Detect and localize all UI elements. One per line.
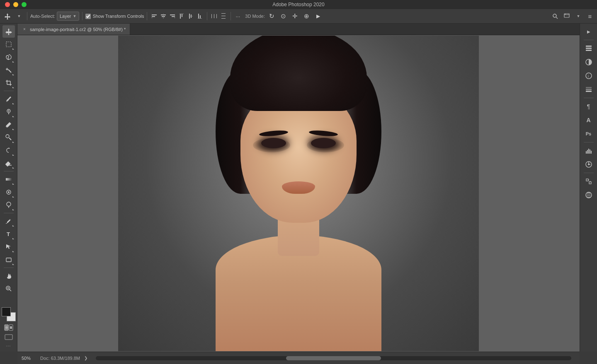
dropdown-arrow-icon[interactable]: ▼ <box>14 11 24 21</box>
collapse-right-panel-icon[interactable]: ▶ <box>582 25 595 38</box>
marquee-tool-btn[interactable] <box>2 38 15 51</box>
portrait-image <box>118 36 479 351</box>
camera-3d-icon[interactable]: ▶ <box>313 11 323 21</box>
swatch-container <box>2 307 16 321</box>
svg-rect-29 <box>564 14 569 15</box>
svg-rect-20 <box>211 14 212 18</box>
extra-options-icon[interactable]: ≡ <box>585 12 595 21</box>
svg-rect-72 <box>586 87 592 88</box>
document-tab[interactable]: × sample-image-portrait-1.cr2 @ 50% (RGB… <box>17 24 130 35</box>
move-tool-icon[interactable] <box>2 11 12 21</box>
histogram-icon[interactable] <box>582 145 595 157</box>
tab-close-icon[interactable]: × <box>22 27 27 32</box>
screen-mode-btn[interactable] <box>3 333 15 341</box>
svg-rect-65 <box>5 335 12 340</box>
maximize-button[interactable] <box>22 2 27 7</box>
minimize-button[interactable] <box>13 2 18 7</box>
lasso-tool-btn[interactable] <box>2 51 15 63</box>
align-right-btn[interactable] <box>168 12 177 20</box>
eraser-tool-btn[interactable] <box>2 157 15 169</box>
search-icon[interactable] <box>551 12 560 21</box>
zoom-tool-btn[interactable] <box>2 282 15 295</box>
svg-text:T: T <box>7 231 10 237</box>
character-panel-icon[interactable]: A <box>582 114 595 126</box>
move-tool-btn[interactable] <box>2 25 15 38</box>
svg-rect-13 <box>180 14 184 14</box>
hand-tool-btn[interactable] <box>2 270 15 282</box>
doc-info: Doc: 63.3M/189.8M <box>40 356 80 361</box>
clone-stamp-btn[interactable] <box>2 131 15 144</box>
svg-rect-28 <box>564 14 569 17</box>
svg-rect-68 <box>586 50 592 51</box>
foreground-color-swatch[interactable] <box>2 307 11 316</box>
tool-sep-3 <box>4 213 14 213</box>
text-tool-btn[interactable]: T <box>2 228 15 240</box>
svg-rect-75 <box>586 151 587 154</box>
workspace-dropdown-icon[interactable]: ▼ <box>574 12 583 21</box>
more-options-button[interactable]: ··· <box>234 12 242 20</box>
properties-icon[interactable]: i <box>582 70 595 82</box>
dodge-tool-btn[interactable] <box>2 199 15 211</box>
rotate-3d-icon[interactable]: ↻ <box>267 11 277 21</box>
toolbar-divider-1 <box>27 12 27 20</box>
quick-mask-btn[interactable] <box>3 323 15 332</box>
scrollbar-track[interactable] <box>96 356 571 360</box>
lips-shape <box>282 181 315 194</box>
eye-right <box>311 138 336 148</box>
layers-panel-icon[interactable] <box>582 42 595 55</box>
tab-bar: × sample-image-portrait-1.cr2 @ 50% (RGB… <box>17 24 580 35</box>
svg-rect-56 <box>6 258 11 262</box>
align-buttons <box>150 12 204 20</box>
status-bar-arrow[interactable]: ❯ <box>84 356 87 360</box>
layer-dropdown[interactable]: Layer ▼ <box>57 12 79 21</box>
eyedropper-btn[interactable] <box>2 93 15 105</box>
hair-top <box>230 36 367 111</box>
magic-wand-btn[interactable] <box>2 64 15 76</box>
transform-controls-checkbox[interactable]: Show Transform Controls <box>85 14 144 19</box>
extra-panel-icon[interactable] <box>582 189 595 201</box>
workspace-icon[interactable] <box>562 12 571 21</box>
svg-rect-7 <box>163 14 164 19</box>
path-select-btn[interactable] <box>2 241 15 253</box>
main-toolbar: ▼ Auto-Select: Layer ▼ Show Transform Co… <box>0 9 597 24</box>
brush-tool-btn[interactable] <box>2 118 15 131</box>
channels-icon[interactable] <box>582 83 595 96</box>
slide-3d-icon[interactable]: ⊕ <box>301 11 311 21</box>
close-button[interactable] <box>5 2 10 7</box>
toolbar-divider-4 <box>207 12 207 20</box>
orbit-3d-icon[interactable]: ⊙ <box>278 11 288 21</box>
transform-controls-input[interactable] <box>85 14 91 19</box>
ps-panel-icon[interactable]: Ps <box>582 128 595 140</box>
svg-rect-11 <box>180 14 181 19</box>
rp-sep-2 <box>584 98 594 98</box>
svg-rect-73 <box>586 89 592 90</box>
transform-icon[interactable] <box>582 175 595 188</box>
svg-rect-77 <box>588 149 589 154</box>
svg-rect-32 <box>6 42 11 47</box>
svg-rect-17 <box>198 14 199 19</box>
adjustments-icon[interactable] <box>582 56 595 68</box>
scrollbar-thumb[interactable] <box>286 356 381 360</box>
distribute-buttons <box>210 12 228 20</box>
align-top-btn[interactable] <box>177 12 186 20</box>
svg-rect-9 <box>172 16 175 17</box>
svg-point-50 <box>8 191 10 193</box>
svg-rect-39 <box>6 101 7 102</box>
paragraph-panel-icon[interactable]: ¶ <box>582 100 595 113</box>
gradient-tool-btn[interactable] <box>2 173 15 186</box>
timeline-icon[interactable] <box>582 158 595 171</box>
align-left-btn[interactable] <box>150 12 158 20</box>
distribute-center-btn[interactable] <box>219 12 228 20</box>
align-middle-v-btn[interactable] <box>187 12 195 20</box>
blur-tool-btn[interactable] <box>2 186 15 198</box>
tools-more-btn[interactable]: ··· <box>2 342 15 349</box>
healing-brush-btn[interactable] <box>2 106 15 118</box>
pen-tool-btn[interactable] <box>2 215 15 227</box>
shape-tool-btn[interactable] <box>2 253 15 266</box>
align-center-h-btn[interactable] <box>159 12 167 20</box>
history-brush-btn[interactable] <box>2 144 15 157</box>
crop-tool-btn[interactable] <box>2 77 15 89</box>
distribute-left-btn[interactable] <box>210 12 218 20</box>
align-bottom-btn[interactable] <box>196 12 204 20</box>
pan-3d-icon[interactable]: ✛ <box>290 11 300 21</box>
